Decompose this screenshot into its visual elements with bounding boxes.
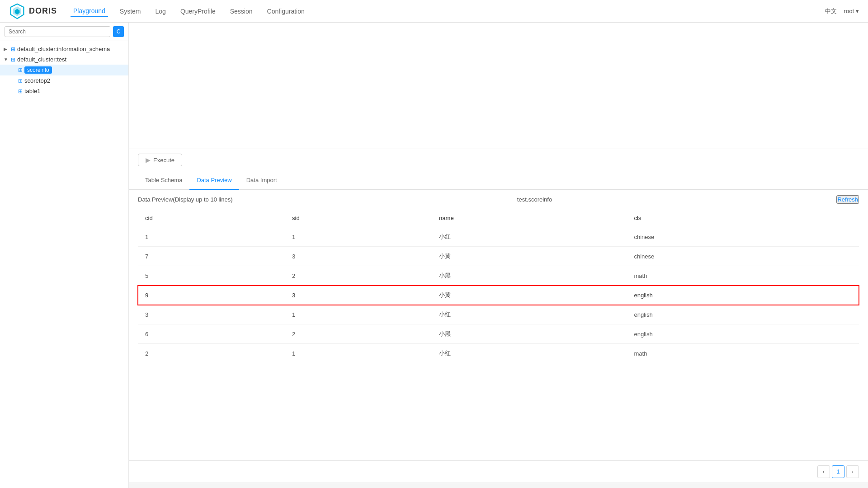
col-cid: cid <box>138 209 285 227</box>
execute-label: Execute <box>153 157 175 164</box>
search-button[interactable]: C <box>113 26 124 37</box>
table-icon: ⊞ <box>18 88 23 94</box>
cell-sid: 3 <box>285 247 432 266</box>
col-cls: cls <box>627 209 859 227</box>
tab-data-preview[interactable]: Data Preview <box>189 171 239 190</box>
lang-switcher[interactable]: 中文 <box>825 7 837 15</box>
user-menu[interactable]: root ▾ <box>844 8 859 14</box>
preview-table-name: test.scoreinfo <box>517 196 552 203</box>
col-name: name <box>432 209 627 227</box>
tree-arrow-icon: ▶ <box>4 47 9 52</box>
cell-cid: 1 <box>138 227 285 247</box>
content-area: ▶ Execute Table Schema Data Preview Data… <box>129 23 868 488</box>
cell-name: 小黄 <box>432 286 627 305</box>
nav-playground[interactable]: Playground <box>71 5 108 17</box>
execute-bar: ▶ Execute <box>129 149 868 171</box>
tree-label-table1: table1 <box>24 88 40 94</box>
cell-cls: english <box>627 324 859 344</box>
cell-cid: 3 <box>138 305 285 324</box>
table-row: 73小黄chinese <box>138 247 859 266</box>
nav-queryprofile[interactable]: QueryProfile <box>178 6 218 17</box>
horizontal-scrollbar[interactable] <box>129 483 868 488</box>
data-table-wrapper[interactable]: cid sid name cls 11小红chinese73小黄chinese5… <box>129 209 868 460</box>
header: DORIS Playground System Log QueryProfile… <box>0 0 868 23</box>
current-page-button[interactable]: 1 <box>832 465 844 478</box>
tree-item-scoreinfo[interactable]: ⊞ scoreinfo <box>0 65 128 75</box>
tabs-bar: Table Schema Data Preview Data Import <box>129 171 868 190</box>
table-row: 31小红english <box>138 305 859 324</box>
cell-cls: math <box>627 266 859 286</box>
cell-cid: 7 <box>138 247 285 266</box>
nav-configuration[interactable]: Configuration <box>264 6 307 17</box>
next-page-button[interactable]: › <box>846 465 859 478</box>
table-row: 93小黄english <box>138 286 859 305</box>
cell-cid: 5 <box>138 266 285 286</box>
cell-sid: 2 <box>285 324 432 344</box>
refresh-button[interactable]: Refresh <box>836 195 859 204</box>
cell-name: 小黑 <box>432 266 627 286</box>
table-header-row: cid sid name cls <box>138 209 859 227</box>
search-input[interactable] <box>5 26 110 37</box>
tree-label: default_cluster:test <box>17 56 66 63</box>
preview-title: Data Preview(Display up to 10 lines) <box>138 196 233 203</box>
cell-sid: 3 <box>285 286 432 305</box>
username: root <box>844 8 854 14</box>
nav-session[interactable]: Session <box>227 6 255 17</box>
cell-cls: chinese <box>627 247 859 266</box>
doris-logo-icon <box>9 3 25 19</box>
cell-sid: 2 <box>285 266 432 286</box>
table-row: 21小红math <box>138 344 859 363</box>
preview-header: Data Preview(Display up to 10 lines) tes… <box>129 190 868 209</box>
table-row: 52小黑math <box>138 266 859 286</box>
tree-label-scoreinfo: scoreinfo <box>24 66 52 74</box>
pagination: ‹ 1 › <box>129 460 868 483</box>
sql-editor[interactable] <box>129 23 868 149</box>
cell-cls: math <box>627 344 859 363</box>
cell-name: 小红 <box>432 344 627 363</box>
main-layout: C ▶ ⊞ default_cluster:information_schema… <box>0 23 868 488</box>
header-right: 中文 root ▾ <box>825 7 859 15</box>
tree-item-test-db[interactable]: ▼ ⊞ default_cluster:test <box>0 54 128 65</box>
tab-data-import[interactable]: Data Import <box>239 171 284 190</box>
cell-cls: chinese <box>627 227 859 247</box>
cell-cls: english <box>627 305 859 324</box>
cell-sid: 1 <box>285 305 432 324</box>
cell-name: 小黄 <box>432 247 627 266</box>
main-nav: Playground System Log QueryProfile Sessi… <box>71 5 307 17</box>
data-preview-section: Data Preview(Display up to 10 lines) tes… <box>129 190 868 483</box>
tree-label: default_cluster:information_schema <box>17 46 110 52</box>
database-icon: ⊞ <box>11 56 15 63</box>
execute-button[interactable]: ▶ Execute <box>138 154 182 166</box>
cell-name: 小黑 <box>432 324 627 344</box>
logo-text: DORIS <box>29 6 57 16</box>
nav-log[interactable]: Log <box>153 6 169 17</box>
cell-cid: 9 <box>138 286 285 305</box>
cell-cid: 2 <box>138 344 285 363</box>
prev-page-button[interactable]: ‹ <box>817 465 830 478</box>
database-icon: ⊞ <box>11 46 15 52</box>
tree-label-scoretop2: scoretop2 <box>24 77 50 84</box>
sidebar-search-area: C <box>0 23 128 41</box>
cell-cls: english <box>627 286 859 305</box>
cell-sid: 1 <box>285 227 432 247</box>
cell-cid: 6 <box>138 324 285 344</box>
table-row: 11小红chinese <box>138 227 859 247</box>
tab-table-schema[interactable]: Table Schema <box>138 171 189 190</box>
search-icon: C <box>117 28 121 35</box>
table-icon: ⊞ <box>18 67 23 73</box>
user-dropdown-icon: ▾ <box>856 8 859 14</box>
table-icon: ⊞ <box>18 78 23 84</box>
play-icon: ▶ <box>146 156 151 164</box>
nav-system[interactable]: System <box>117 6 144 17</box>
tree-item-information-schema[interactable]: ▶ ⊞ default_cluster:information_schema <box>0 44 128 54</box>
tree-item-scoretop2[interactable]: ⊞ scoretop2 <box>0 75 128 86</box>
data-table: cid sid name cls 11小红chinese73小黄chinese5… <box>138 209 859 363</box>
sidebar-tree: ▶ ⊞ default_cluster:information_schema ▼… <box>0 41 128 488</box>
logo-area: DORIS <box>9 3 57 19</box>
sidebar: C ▶ ⊞ default_cluster:information_schema… <box>0 23 129 488</box>
cell-sid: 1 <box>285 344 432 363</box>
tree-arrow-icon: ▼ <box>4 57 9 62</box>
cell-name: 小红 <box>432 227 627 247</box>
tree-item-table1[interactable]: ⊞ table1 <box>0 86 128 96</box>
col-sid: sid <box>285 209 432 227</box>
